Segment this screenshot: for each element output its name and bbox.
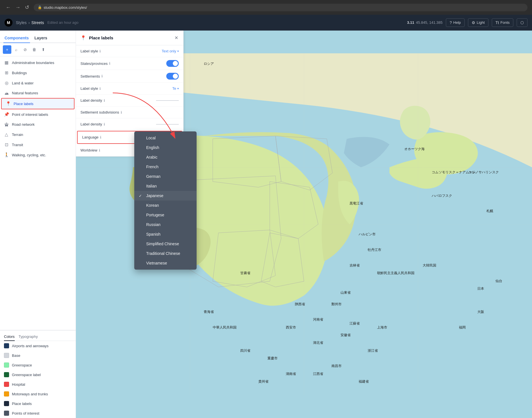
color-item-place-labels-color[interactable]: Place labels [0, 399, 76, 408]
sidebar-item-walking-cycling[interactable]: 🚶Walking, cycling, etc. [0, 150, 76, 160]
subdiv-density-slider[interactable] [156, 124, 179, 125]
subdivisions-info-icon[interactable]: ℹ [121, 110, 122, 114]
color-item-hospital[interactable]: Hospital [0, 379, 76, 389]
dropdown-item-french[interactable]: French [134, 162, 197, 172]
dropdown-item-korean[interactable]: Korean [134, 201, 197, 210]
color-label-hospital: Hospital [12, 382, 25, 387]
back-button[interactable]: ← [5, 3, 12, 12]
dropdown-item-traditional-chinese[interactable]: Traditional Chinese [134, 249, 197, 258]
search-layer-button[interactable]: ⌕ [12, 45, 20, 54]
color-swatch-greenspace [4, 362, 9, 368]
help-button[interactable]: ? Help [446, 18, 465, 27]
reload-button[interactable]: ↺ [24, 3, 30, 12]
label-style-value[interactable]: Text only ▾ [162, 49, 179, 53]
address-bar[interactable]: 🔒 studio.mapbox.com/styles/ [34, 4, 527, 11]
color-label-airports: Airports and aeroways [12, 344, 48, 348]
settlement-label-style-info-icon[interactable]: ℹ [99, 87, 101, 91]
sidebar-item-land-water[interactable]: ◎Land & water [0, 78, 76, 88]
dropdown-item-arabic[interactable]: Arabic [134, 152, 197, 162]
tab-layers[interactable]: Layers [33, 33, 48, 43]
browser-chrome: ← → ↺ 🔒 studio.mapbox.com/styles/ [0, 0, 532, 15]
worldview-label: Worldview ℹ [80, 148, 100, 152]
terrain-label: Terrain [12, 133, 23, 137]
label-density-slider[interactable] [156, 100, 179, 101]
color-swatch-base [4, 353, 9, 358]
dropdown-item-japanese[interactable]: ✓Japanese [134, 191, 197, 201]
dropdown-item-local[interactable]: Local [134, 133, 197, 143]
color-item-base[interactable]: Base [0, 351, 76, 360]
sidebar-tabs: Components Layers [0, 31, 76, 43]
forward-button[interactable]: → [14, 3, 22, 12]
upload-layer-button[interactable]: ⬆ [39, 45, 48, 54]
dropdown-item-vietnamese[interactable]: Vietnamese [134, 258, 197, 268]
share-button[interactable]: ⬡ [517, 18, 527, 27]
colors-tab-colors[interactable]: Colors [4, 333, 15, 341]
dropdown-label-german: German [146, 174, 192, 179]
sidebar-item-road-network[interactable]: 🛣Road network [0, 120, 76, 129]
settlement-label-style-value[interactable]: Te ▾ [172, 86, 179, 91]
worldview-info-icon[interactable]: ℹ [99, 148, 100, 152]
dropdown-item-italian[interactable]: Italian [134, 181, 197, 191]
label-style-chevron-icon: ▾ [177, 50, 179, 53]
dropdown-label-spanish: Spanish [146, 232, 192, 236]
breadcrumb-parent[interactable]: Styles [16, 20, 27, 25]
dropdown-item-german[interactable]: German [134, 172, 197, 181]
dropdown-item-simplified-chinese[interactable]: Simplified Chinese [134, 239, 197, 249]
dropdown-item-english[interactable]: English [134, 143, 197, 152]
color-swatch-motorways [4, 391, 9, 396]
color-item-greenspace[interactable]: Greenspace [0, 360, 76, 370]
settlement-label-style-row: Label style ℹ Te ▾ [76, 83, 183, 95]
sidebar-item-natural-features[interactable]: ⛰Natural features [0, 88, 76, 98]
add-layer-button[interactable]: + [3, 45, 11, 54]
states-provinces-toggle[interactable] [166, 60, 179, 67]
color-item-motorways[interactable]: Motorways and trunks [0, 389, 76, 399]
sidebar-item-poi-labels[interactable]: 📌Point of interest labels [0, 109, 76, 120]
browser-navigation[interactable]: ← → ↺ [5, 3, 30, 12]
breadcrumb-separator: › [28, 20, 30, 25]
layer-list: ▦Administrative boundaries⊞Buildings◎Lan… [0, 56, 76, 330]
edited-time: Edited an hour ago [47, 20, 78, 25]
colors-tab-typography[interactable]: Typography [19, 333, 38, 341]
map-coordinates: 3.11 45.845, 141.385 [407, 20, 442, 25]
mapbox-logo: M [5, 19, 12, 27]
dropdown-check-japanese: ✓ [139, 194, 143, 198]
filter-layer-button[interactable]: ⊘ [21, 45, 29, 54]
label-density-info-icon[interactable]: ℹ [104, 99, 105, 103]
settlements-info-icon[interactable]: ℹ [101, 74, 103, 78]
light-button[interactable]: ⚙ Light [468, 18, 488, 27]
color-item-airports[interactable]: Airports and aeroways [0, 341, 76, 351]
language-label: Language ℹ [82, 135, 101, 139]
settlement-label-chevron-icon: ▾ [177, 87, 179, 90]
color-item-greenspace-label[interactable]: Greenspace label [0, 370, 76, 379]
admin-boundaries-icon: ▦ [4, 60, 9, 65]
app-header: M Styles › Streets Edited an hour ago 3.… [0, 15, 532, 31]
tab-components[interactable]: Components [3, 33, 30, 43]
light-icon: ⚙ [472, 20, 475, 25]
label-style-info-icon[interactable]: ℹ [99, 49, 101, 53]
dropdown-item-portugese[interactable]: Portugese [134, 210, 197, 220]
language-info-icon[interactable]: ℹ [100, 135, 101, 139]
fonts-button[interactable]: Tt Fonts [492, 18, 513, 27]
delete-layer-button[interactable]: 🗑 [30, 45, 39, 54]
color-label-place-labels-color: Place labels [12, 402, 32, 406]
settlements-toggle[interactable] [166, 73, 179, 80]
sidebar-item-terrain[interactable]: △Terrain [0, 129, 76, 140]
sidebar-item-buildings[interactable]: ⊞Buildings [0, 68, 76, 78]
buildings-label: Buildings [12, 71, 27, 75]
dropdown-label-portugese: Portugese [146, 213, 192, 217]
colors-tabs: Colors Typography [0, 330, 76, 341]
land-water-label: Land & water [12, 81, 34, 85]
dropdown-item-spanish[interactable]: Spanish [134, 229, 197, 239]
settlements-row: Settlements ℹ [76, 70, 183, 83]
color-item-poi[interactable]: Points of interest [0, 408, 76, 418]
panel-body: Label style ℹ Text only ▾ States/provinc… [76, 45, 183, 156]
dropdown-item-russian[interactable]: Russian [134, 220, 197, 229]
sidebar-item-admin-boundaries[interactable]: ▦Administrative boundaries [0, 57, 76, 68]
land-water-icon: ◎ [4, 80, 9, 86]
sidebar-item-place-labels[interactable]: 📍Place labels [1, 98, 75, 109]
language-dropdown[interactable]: LocalEnglishArabicFrenchGermanItalian✓Ja… [134, 131, 197, 270]
sidebar-item-transit[interactable]: ⊡Transit [0, 140, 76, 150]
panel-close-button[interactable]: ✕ [174, 35, 179, 41]
states-info-icon[interactable]: ℹ [109, 61, 110, 65]
subdiv-density-info-icon[interactable]: ℹ [104, 122, 105, 126]
